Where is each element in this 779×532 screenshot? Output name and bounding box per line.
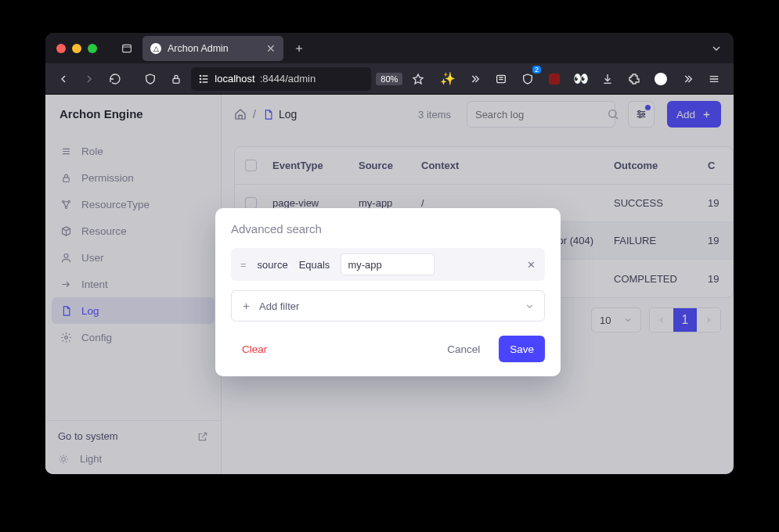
add-filter-button[interactable]: Add filter bbox=[231, 290, 545, 322]
downloads-icon[interactable] bbox=[596, 67, 619, 91]
forward-button[interactable] bbox=[79, 67, 100, 91]
sidebar-toggle-icon[interactable] bbox=[116, 38, 138, 59]
url-host: localhost bbox=[215, 73, 254, 84]
save-button[interactable]: Save bbox=[499, 336, 545, 362]
bookmark-star-icon[interactable] bbox=[407, 67, 428, 91]
shield-icon[interactable] bbox=[140, 67, 161, 91]
browser-tab[interactable]: △ Archon Admin ✕ bbox=[142, 36, 283, 61]
svg-point-7 bbox=[200, 81, 201, 82]
modal-actions: Clear Cancel Save bbox=[231, 336, 545, 362]
app-viewport: Archon Engine Role Permission ResourceTy… bbox=[45, 95, 734, 474]
ext-overflow-icon[interactable] bbox=[463, 67, 486, 91]
filter-op[interactable]: Equals bbox=[299, 259, 330, 271]
url-path: :8444/admin bbox=[260, 73, 316, 84]
filter-field[interactable]: source bbox=[258, 259, 288, 271]
new-tab-button[interactable] bbox=[288, 38, 310, 59]
extensions-icon[interactable] bbox=[622, 67, 646, 91]
back-button[interactable] bbox=[53, 67, 74, 91]
cancel-button[interactable]: Cancel bbox=[436, 336, 491, 362]
ext-ublock-icon[interactable]: 2 bbox=[516, 67, 539, 91]
modal-title: Advanced search bbox=[231, 222, 545, 235]
maximize-window[interactable] bbox=[88, 44, 97, 53]
equals-icon: = bbox=[240, 259, 247, 271]
filter-value-input[interactable]: my-app bbox=[341, 253, 435, 275]
clear-button[interactable]: Clear bbox=[231, 336, 278, 362]
overflow-tabs-icon[interactable] bbox=[705, 38, 727, 59]
reader-icon[interactable] bbox=[489, 67, 513, 91]
filter-value: my-app bbox=[348, 259, 381, 271]
svg-rect-0 bbox=[123, 45, 132, 52]
svg-point-6 bbox=[200, 78, 201, 79]
zoom-badge[interactable]: 80% bbox=[376, 73, 402, 85]
app-menu-icon[interactable] bbox=[702, 67, 726, 91]
chevron-down-icon bbox=[525, 301, 535, 311]
tab-close-icon[interactable]: ✕ bbox=[266, 42, 276, 55]
lock-icon[interactable] bbox=[166, 67, 187, 91]
toolbar-extensions: ✨ 2 👀 bbox=[436, 67, 726, 91]
ext-circle-icon[interactable] bbox=[649, 67, 673, 91]
ext-badge-count: 2 bbox=[532, 66, 541, 74]
add-filter-label: Add filter bbox=[259, 300, 299, 312]
minimize-window[interactable] bbox=[72, 44, 81, 53]
toolbar-overflow-icon[interactable] bbox=[676, 67, 699, 91]
ext-sparkle-icon[interactable]: ✨ bbox=[436, 67, 460, 91]
browser-toolbar: localhost:8444/admin 80% ✨ 2 👀 bbox=[45, 63, 734, 95]
remove-filter-icon[interactable]: ✕ bbox=[527, 259, 536, 271]
svg-rect-4 bbox=[173, 78, 179, 83]
close-window[interactable] bbox=[56, 44, 66, 53]
ext-eyes-icon[interactable]: 👀 bbox=[569, 67, 593, 91]
filter-row: = source Equals my-app ✕ bbox=[231, 248, 545, 281]
tab-title: Archon Admin bbox=[168, 43, 229, 54]
url-bar[interactable]: localhost:8444/admin bbox=[191, 67, 371, 91]
ext-red-icon[interactable] bbox=[543, 67, 566, 91]
svg-marker-11 bbox=[413, 74, 423, 84]
browser-window: △ Archon Admin ✕ localhost:8444/admin 80… bbox=[45, 33, 734, 474]
reload-button[interactable] bbox=[104, 67, 125, 91]
tab-favicon: △ bbox=[150, 43, 161, 54]
plus-icon bbox=[241, 301, 251, 311]
permissions-icon[interactable] bbox=[197, 73, 210, 85]
titlebar: △ Archon Admin ✕ bbox=[45, 33, 734, 63]
advanced-search-modal: Advanced search = source Equals my-app ✕… bbox=[215, 208, 561, 376]
svg-point-5 bbox=[200, 75, 201, 76]
window-controls bbox=[56, 44, 97, 53]
